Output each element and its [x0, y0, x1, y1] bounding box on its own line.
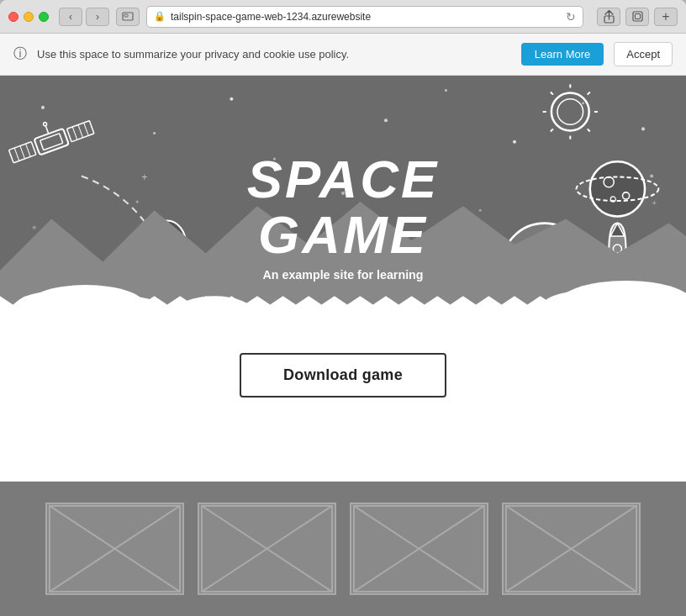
- svg-text:An example site for learning: An example site for learning: [262, 268, 423, 282]
- svg-point-62: [590, 161, 645, 216]
- svg-rect-3: [633, 12, 642, 21]
- placeholder-image-3: [350, 503, 488, 595]
- lock-icon: 🔒: [154, 11, 166, 22]
- main-content: Download game: [0, 319, 686, 482]
- accept-button[interactable]: Accept: [614, 42, 673, 66]
- placeholder-image-1: [45, 503, 184, 595]
- tab-view-button[interactable]: [116, 8, 140, 26]
- browser-content: ⓘ Use this space to summarize your priva…: [0, 34, 686, 616]
- browser-window: ‹ › 🔒 tailspin-space-game-web-1234.azure…: [0, 0, 686, 616]
- address-bar[interactable]: 🔒 tailspin-space-game-web-1234.azurewebs…: [146, 6, 583, 28]
- placeholder-image-2: [198, 503, 336, 595]
- svg-rect-1: [124, 14, 128, 17]
- svg-text:+: +: [141, 171, 147, 183]
- fullscreen-button[interactable]: [625, 8, 649, 26]
- info-icon: ⓘ: [13, 45, 27, 63]
- svg-point-18: [33, 226, 36, 229]
- svg-point-6: [41, 106, 45, 109]
- svg-point-10: [384, 118, 388, 122]
- svg-point-14: [641, 127, 645, 130]
- reload-button[interactable]: ↻: [566, 10, 576, 24]
- url-text: tailspin-space-game-web-1234.azurewebsit…: [171, 11, 561, 23]
- toolbar-right: +: [597, 8, 678, 26]
- svg-point-15: [136, 201, 139, 203]
- svg-text:+: +: [652, 198, 657, 208]
- svg-text:SPACE: SPACE: [247, 150, 439, 208]
- traffic-lights: [8, 12, 49, 22]
- footer-section: [0, 482, 686, 616]
- placeholder-image-4: [502, 503, 641, 595]
- cookie-banner: ⓘ Use this space to summarize your priva…: [0, 34, 686, 76]
- svg-text:GAME: GAME: [258, 205, 428, 264]
- hero-section: + + + +: [0, 76, 686, 319]
- back-button[interactable]: ‹: [59, 8, 82, 26]
- new-tab-button[interactable]: +: [654, 8, 678, 26]
- maximize-button[interactable]: [39, 12, 49, 22]
- share-button[interactable]: [597, 8, 620, 26]
- nav-buttons: ‹ ›: [59, 8, 109, 26]
- svg-point-12: [513, 140, 516, 144]
- close-button[interactable]: [8, 12, 18, 22]
- svg-point-8: [230, 97, 233, 101]
- svg-point-13: [582, 102, 584, 104]
- minimize-button[interactable]: [24, 12, 34, 22]
- svg-rect-4: [635, 14, 640, 19]
- download-game-button[interactable]: Download game: [240, 353, 446, 398]
- svg-point-20: [650, 174, 653, 177]
- svg-point-17: [479, 209, 482, 212]
- learn-more-button[interactable]: Learn More: [521, 43, 604, 66]
- svg-point-11: [445, 89, 447, 92]
- forward-button[interactable]: ›: [86, 8, 109, 26]
- cookie-policy-text: Use this space to summarize your privacy…: [37, 48, 511, 61]
- svg-point-7: [153, 132, 156, 134]
- browser-titlebar: ‹ › 🔒 tailspin-space-game-web-1234.azure…: [0, 0, 686, 34]
